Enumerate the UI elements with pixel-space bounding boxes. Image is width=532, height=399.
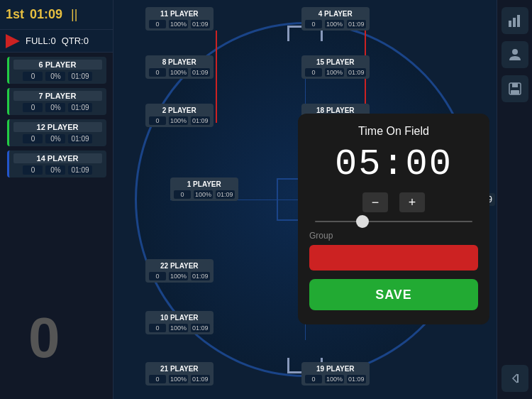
time-on-field-modal: Time On Field 05:00 − + Group SAVE xyxy=(298,114,489,324)
modal-slider-container[interactable] xyxy=(315,221,472,222)
sidebar-player-name-1: 7 PLAYER xyxy=(13,91,102,101)
back-icon[interactable] xyxy=(501,365,528,392)
person-icon[interactable] xyxy=(501,41,528,68)
svg-rect-0 xyxy=(509,21,511,27)
svg-rect-5 xyxy=(512,83,518,87)
field-player-name-p11: 11 PLAYER xyxy=(149,9,210,18)
field-player-card-p22[interactable]: 22 PLAYER 0 100% 01:09 xyxy=(145,259,214,283)
modal-title: Time On Field xyxy=(309,125,478,138)
team-indicator xyxy=(6,34,20,48)
score-bar: FULL:0 QTR:0 xyxy=(0,30,113,53)
svg-rect-6 xyxy=(511,90,519,94)
field-player-name-p15: 15 PLAYER xyxy=(305,58,366,67)
field-player-name-p22: 22 PLAYER xyxy=(149,261,210,270)
quarter-label: 1st xyxy=(6,7,24,22)
field-player-stats-p2: 0 100% 01:09 xyxy=(149,116,210,125)
field-player-name-p21: 21 PLAYER xyxy=(149,364,210,373)
field-player-stats-p1: 0 100% 01:09 xyxy=(174,190,235,199)
field-player-card-p21[interactable]: 21 PLAYER 0 100% 01:09 xyxy=(145,362,214,386)
field-player-stats-p10: 0 100% 01:09 xyxy=(149,324,210,332)
field-player-stats-p4: 0 100% 01:09 xyxy=(305,20,366,28)
qtr-score: QTR:0 xyxy=(62,35,89,46)
sidebar-player-name-2: 12 PLAYER xyxy=(13,122,102,132)
full-score: FULL:0 xyxy=(26,35,56,46)
svg-rect-7 xyxy=(517,374,519,383)
sidebar-player-stats-0: 0 0% 01:09 xyxy=(13,72,102,81)
sidebar-player-stats-2: 0 0% 01:09 xyxy=(13,134,102,143)
sidebar-player-stats-1: 0 0% 01:09 xyxy=(13,103,102,112)
field-player-card-p11[interactable]: 11 PLAYER 0 100% 01:09 xyxy=(145,7,214,31)
left-sidebar: 1st 01:09 || FULL:0 QTR:0 6 PLAYER 0 0% … xyxy=(0,0,113,399)
field-player-stats-p19: 0 100% 01:09 xyxy=(305,375,366,383)
modal-save-button[interactable]: SAVE xyxy=(309,279,478,310)
modal-controls: − + xyxy=(309,192,478,212)
modal-group-label: Group xyxy=(309,231,478,241)
field-player-name-p8: 8 PLAYER xyxy=(149,58,210,67)
pause-icon[interactable]: || xyxy=(71,7,77,22)
svg-rect-1 xyxy=(513,18,516,27)
field-player-card-p15[interactable]: 15 PLAYER 0 100% 01:09 xyxy=(301,55,370,79)
field-player-name-p4: 4 PLAYER xyxy=(305,9,366,18)
field-player-name-p1: 1 PLAYER xyxy=(174,180,235,189)
sidebar-player-card-0[interactable]: 6 PLAYER 0 0% 01:09 xyxy=(7,57,106,84)
sidebar-player-card-2[interactable]: 12 PLAYER 0 0% 01:09 xyxy=(7,119,106,146)
field-player-name-p2: 2 PLAYER xyxy=(149,106,210,115)
sidebar-player-card-1[interactable]: 7 PLAYER 0 0% 01:09 xyxy=(7,88,106,115)
field-player-card-p19[interactable]: 19 PLAYER 0 100% 01:09 xyxy=(301,362,370,386)
clock-label: 01:09 xyxy=(30,7,62,22)
sidebar-player-stats-3: 0 0% 01:09 xyxy=(13,165,102,175)
big-score: 0 xyxy=(28,305,60,371)
svg-point-3 xyxy=(512,49,518,55)
increment-button[interactable]: + xyxy=(399,192,425,212)
field-player-card-p10[interactable]: 10 PLAYER 0 100% 01:09 xyxy=(145,311,214,334)
field-player-stats-p11: 0 100% 01:09 xyxy=(149,20,210,28)
modal-group-button[interactable] xyxy=(309,245,478,270)
bar-chart-icon[interactable] xyxy=(501,7,528,34)
field-player-card-p4[interactable]: 4 PLAYER 0 100% 01:09 xyxy=(301,7,370,31)
field-player-card-p1[interactable]: 1 PLAYER 0 100% 01:09 xyxy=(170,177,238,201)
save-icon[interactable] xyxy=(501,75,528,102)
sidebar-players-container: 6 PLAYER 0 0% 01:09 7 PLAYER 0 0% 01:09 … xyxy=(7,53,106,177)
modal-time: 05:00 xyxy=(309,143,478,185)
modal-slider-track xyxy=(315,221,472,222)
sidebar-player-card-3[interactable]: 14 PLAYER 0 0% 01:09 xyxy=(7,151,106,177)
svg-rect-2 xyxy=(517,15,520,27)
field-player-stats-p15: 0 100% 01:09 xyxy=(305,68,366,77)
field-player-stats-p21: 0 100% 01:09 xyxy=(149,375,210,383)
right-sidebar xyxy=(497,0,532,399)
decrement-button[interactable]: − xyxy=(362,192,388,212)
field-player-name-p19: 19 PLAYER xyxy=(305,364,366,373)
modal-slider-thumb[interactable] xyxy=(356,215,369,228)
field-player-stats-p22: 0 100% 01:09 xyxy=(149,272,210,280)
sidebar-player-name-0: 6 PLAYER xyxy=(13,60,102,70)
field-player-card-p2[interactable]: 2 PLAYER 0 100% 01:09 xyxy=(145,104,214,127)
sidebar-player-name-3: 14 PLAYER xyxy=(13,153,102,163)
field-player-name-p10: 10 PLAYER xyxy=(149,313,210,322)
field-player-stats-p8: 0 100% 01:09 xyxy=(149,68,210,77)
field-player-card-p8[interactable]: 8 PLAYER 0 100% 01:09 xyxy=(145,55,214,79)
top-bar: 1st 01:09 || xyxy=(0,0,113,30)
